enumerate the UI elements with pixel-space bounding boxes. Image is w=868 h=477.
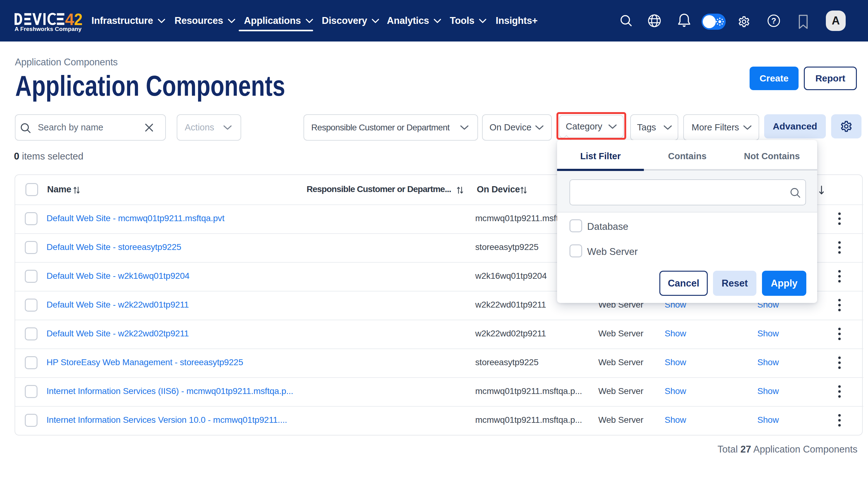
svg-text:A Freshworks Company: A Freshworks Company: [14, 26, 82, 32]
svg-text:?: ?: [771, 16, 776, 25]
